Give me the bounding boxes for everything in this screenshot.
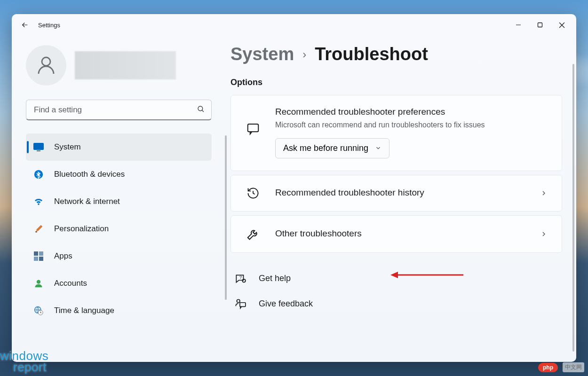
minimize-button[interactable]: [508, 14, 529, 36]
person-icon: [35, 54, 57, 77]
breadcrumb: System › Troubleshoot: [230, 44, 562, 64]
svg-rect-11: [34, 251, 38, 256]
maximize-icon: [537, 22, 543, 28]
svg-rect-18: [248, 124, 259, 132]
sidebar-item-system[interactable]: System: [26, 133, 212, 161]
sidebar-item-label: Personalization: [54, 224, 109, 234]
card-other-troubleshooters[interactable]: Other troubleshooters: [230, 215, 562, 253]
help-chat-icon: ?: [233, 273, 247, 285]
close-icon: [559, 22, 565, 28]
svg-point-15: [37, 280, 40, 284]
section-label-options: Options: [230, 78, 562, 87]
svg-rect-10: [35, 231, 37, 233]
sidebar-item-label: System: [54, 142, 81, 152]
profile-section[interactable]: [26, 45, 221, 86]
sidebar-item-label: Time & language: [54, 306, 114, 315]
cn-badge: 中文网: [563, 362, 584, 372]
php-badge: php: [538, 363, 558, 372]
nav: System Bluetooth & devices Network & int…: [26, 133, 221, 324]
window-title: Settings: [38, 22, 60, 29]
titlebar: Settings: [12, 14, 576, 36]
card-subtitle: Microsoft can recommend and run troubles…: [275, 119, 548, 131]
page-title: Troubleshoot: [315, 44, 428, 64]
profile-name-redacted: [75, 51, 176, 79]
wrench-icon: [245, 227, 261, 241]
svg-rect-14: [39, 257, 43, 261]
sidebar-item-label: Network & internet: [54, 197, 120, 206]
svg-point-20: [242, 279, 246, 282]
breadcrumb-parent[interactable]: System: [230, 44, 294, 64]
svg-line-6: [202, 110, 204, 112]
search-icon: [197, 105, 205, 115]
close-button[interactable]: [551, 14, 572, 36]
person-icon: [33, 278, 44, 289]
sidebar-item-bluetooth[interactable]: Bluetooth & devices: [26, 161, 212, 188]
window-controls: [508, 14, 572, 36]
svg-point-4: [42, 57, 50, 66]
card-title: Recommended troubleshooter history: [275, 187, 526, 199]
search-input[interactable]: [26, 100, 212, 120]
sidebar-item-label: Accounts: [54, 279, 87, 288]
card-title: Recommended troubleshooter preferences: [275, 106, 548, 118]
globe-clock-icon: [33, 306, 44, 316]
svg-point-21: [237, 299, 240, 303]
main-content: System › Troubleshoot Options Recommende…: [221, 36, 576, 362]
card-title: Other troubleshooters: [275, 227, 526, 240]
svg-rect-1: [538, 23, 542, 27]
apps-icon: [33, 251, 44, 261]
sidebar-item-network[interactable]: Network & internet: [26, 188, 212, 215]
card-troubleshooter-history[interactable]: Recommended troubleshooter history: [230, 175, 562, 212]
feedback-icon: [233, 298, 247, 310]
card-recommended-preferences[interactable]: Recommended troubleshooter preferences M…: [230, 95, 562, 171]
maximize-button[interactable]: [529, 14, 551, 36]
history-icon: [245, 187, 261, 200]
arrow-left-icon: [21, 21, 29, 29]
main-scrollbar[interactable]: [572, 64, 574, 352]
minimize-icon: [516, 22, 521, 28]
dropdown-value: Ask me before running: [283, 143, 368, 153]
sidebar-item-label: Apps: [54, 251, 72, 261]
svg-rect-13: [34, 257, 38, 261]
svg-text:?: ?: [239, 274, 242, 280]
svg-rect-22: [240, 302, 246, 306]
link-label: Give feedback: [259, 299, 313, 309]
search-wrap: [26, 100, 212, 120]
svg-rect-7: [33, 143, 44, 150]
sidebar-item-personalization[interactable]: Personalization: [26, 215, 212, 243]
settings-window: Settings: [12, 14, 576, 362]
get-help-link[interactable]: ? Get help: [230, 266, 562, 291]
watermark: windows report: [0, 350, 48, 373]
svg-point-5: [198, 106, 203, 111]
sidebar: System Bluetooth & devices Network & int…: [12, 36, 221, 362]
avatar: [26, 45, 66, 86]
bluetooth-icon: [33, 169, 44, 180]
svg-rect-8: [37, 150, 40, 151]
brush-icon: [33, 224, 44, 234]
chevron-down-icon: [375, 145, 381, 151]
link-label: Get help: [259, 274, 291, 283]
sidebar-item-apps[interactable]: Apps: [26, 243, 212, 270]
svg-rect-12: [39, 251, 43, 256]
chevron-right-icon: ›: [302, 48, 306, 61]
back-button[interactable]: [16, 16, 34, 34]
sidebar-item-accounts[interactable]: Accounts: [26, 270, 212, 297]
chevron-right-icon: [540, 230, 548, 238]
recommended-preference-dropdown[interactable]: Ask me before running: [275, 138, 389, 158]
display-icon: [33, 142, 44, 152]
wifi-icon: [33, 196, 44, 207]
chevron-right-icon: [540, 189, 548, 197]
give-feedback-link[interactable]: Give feedback: [230, 291, 562, 317]
chat-icon: [245, 122, 261, 136]
sidebar-item-label: Bluetooth & devices: [54, 170, 125, 179]
sidebar-item-time-language[interactable]: Time & language: [26, 297, 212, 324]
